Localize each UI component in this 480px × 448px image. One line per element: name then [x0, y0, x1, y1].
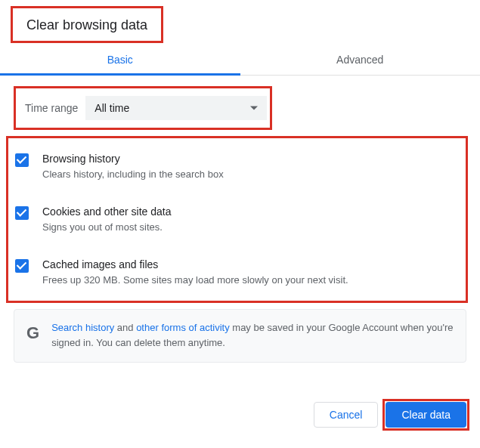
- link-search-history[interactable]: Search history: [51, 322, 114, 333]
- time-range-select[interactable]: All time: [85, 96, 267, 120]
- checkbox-cookies[interactable]: [15, 206, 29, 220]
- link-other-activity[interactable]: other forms of activity: [136, 322, 230, 333]
- option-desc: Frees up 320 MB. Some sites may load mor…: [42, 273, 460, 287]
- option-browsing-history: Browsing history Clears history, includi…: [15, 145, 460, 198]
- option-desc: Clears history, including in the search …: [42, 168, 460, 181]
- option-title: Cookies and other site data: [42, 205, 460, 218]
- tabs: Basic Advanced: [0, 43, 480, 76]
- time-range-label: Time range: [22, 102, 78, 114]
- options-list: Browsing history Clears history, includi…: [14, 134, 466, 304]
- dialog-title: Clear browsing data: [13, 8, 161, 41]
- time-range-selected: All time: [94, 102, 129, 114]
- chevron-down-icon: [250, 107, 258, 110]
- option-cached: Cached images and files Frees up 320 MB.…: [15, 251, 460, 296]
- clear-data-button[interactable]: Clear data: [386, 402, 466, 428]
- checkbox-cached[interactable]: [15, 259, 29, 273]
- option-cookies: Cookies and other site data Signs you ou…: [15, 198, 460, 251]
- time-range-row: Time range All time: [19, 90, 267, 126]
- option-desc: Signs you out of most sites.: [42, 221, 460, 234]
- tab-advanced[interactable]: Advanced: [240, 43, 481, 75]
- cancel-button[interactable]: Cancel: [314, 402, 379, 428]
- option-title: Browsing history: [42, 153, 460, 165]
- google-account-info: G Search history and other forms of acti…: [14, 309, 466, 363]
- dialog-footer: Cancel Clear data: [0, 373, 480, 441]
- option-title: Cached images and files: [42, 258, 460, 270]
- checkbox-browsing-history[interactable]: [15, 153, 29, 167]
- clear-browsing-data-dialog: Clear browsing data Basic Advanced Time …: [0, 0, 480, 441]
- tab-basic[interactable]: Basic: [0, 43, 240, 75]
- info-text: Search history and other forms of activi…: [51, 320, 454, 352]
- google-logo-icon: G: [26, 320, 39, 341]
